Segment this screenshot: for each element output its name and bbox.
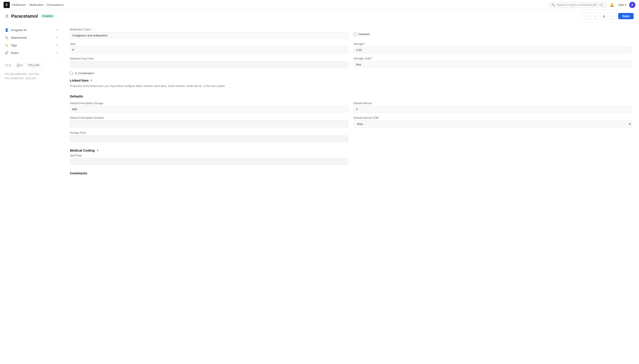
- comment-icon[interactable]: 💬: [17, 64, 20, 67]
- abbr-group: Abbr: [70, 42, 348, 54]
- default-prescription-dosage-label: Default Prescription Dosage: [70, 102, 348, 105]
- created-text: You created this · just now: [5, 76, 58, 80]
- defaults-section: Defaults Default Prescription Dosage Def…: [70, 94, 632, 142]
- staff-role-row: Staff Role: [70, 154, 632, 165]
- is-combination-label: Is Combination: [75, 72, 94, 75]
- default-prescription-dosage-input[interactable]: [70, 106, 348, 113]
- share-icon: 🔗: [5, 51, 9, 54]
- linked-item-title: Linked Item: [70, 78, 88, 82]
- prev-button[interactable]: ‹: [582, 12, 589, 20]
- add-assigned-to-icon[interactable]: +: [56, 28, 58, 32]
- add-attachments-icon[interactable]: +: [56, 36, 58, 40]
- strength-uom-group: Strength UOM *: [353, 57, 632, 68]
- search-icon: 🔍: [551, 3, 555, 6]
- breadcrumb-medication[interactable]: Medication: [29, 3, 44, 6]
- disabled-group: Disabled: [353, 28, 632, 39]
- dosage-form-input[interactable]: [70, 135, 348, 142]
- staff-role-label: Staff Role: [70, 154, 348, 157]
- breadcrumb-paracetamol[interactable]: Paracetamol: [47, 3, 63, 6]
- breadcrumb-healthcare[interactable]: Healthcare: [12, 3, 26, 6]
- strength-label: Strength *: [353, 42, 632, 46]
- sidebar-item-tags[interactable]: 🏷️ Tags +: [0, 41, 63, 49]
- search-bar[interactable]: 🔍 Search or type a command (⌘ + G): [549, 2, 607, 8]
- national-drug-code-input[interactable]: [70, 61, 348, 68]
- comments-title: Comments: [70, 171, 632, 175]
- default-interval-uom-select[interactable]: Hour Day Week: [353, 120, 632, 128]
- medication-class-input[interactable]: [70, 32, 348, 39]
- linked-item-header[interactable]: Linked Item ∨: [70, 78, 632, 82]
- notification-icon[interactable]: 🔔: [608, 2, 615, 8]
- sidebar-label-assigned-to: Assigned To: [11, 28, 54, 32]
- staff-role-group: Staff Role: [70, 154, 351, 165]
- default-interval-input[interactable]: [353, 106, 632, 113]
- staff-role-input[interactable]: [70, 158, 348, 165]
- comments-section: Comments: [70, 171, 632, 175]
- dosage-form-label: Dosage Form: [70, 131, 348, 134]
- default-interval-uom-group: Default Interval UOM Hour Day Week: [353, 116, 632, 128]
- is-combination-row: Is Combination: [70, 72, 632, 75]
- comments-count: 0: [21, 64, 23, 67]
- add-share-icon[interactable]: +: [56, 51, 58, 55]
- medical-coding-section: Medical Coding ∨ Staff Role: [70, 148, 632, 165]
- comments-stat: 💬 0: [17, 64, 23, 67]
- next-button[interactable]: ›: [591, 12, 598, 20]
- page-header: ☰ Paracetamol Enabled ‹ › 🖨 ··· Save: [0, 10, 639, 22]
- save-button[interactable]: Save: [618, 13, 634, 19]
- medical-coding-title: Medical Coding: [70, 148, 95, 152]
- abbr-input[interactable]: [70, 46, 348, 54]
- like-icon[interactable]: 🤍: [5, 64, 8, 67]
- sidebar-item-assigned-to[interactable]: 👤 Assigned To +: [0, 26, 63, 34]
- linked-item-desc: Properties of the linked Item, you may f…: [70, 84, 632, 88]
- default-interval-label: Default Interval: [353, 102, 632, 105]
- default-prescription-duration-input[interactable]: [70, 120, 348, 127]
- strength-uom-input[interactable]: [353, 61, 632, 68]
- medication-class-label: Medication Class *: [70, 28, 348, 31]
- sidebar-item-attachments[interactable]: 📎 Attachments +: [0, 34, 63, 41]
- default-interval-uom-label: Default Interval UOM: [353, 116, 632, 120]
- tags-icon: 🏷️: [5, 44, 9, 47]
- likes-stat: 🤍 0: [5, 64, 11, 67]
- strength-input[interactable]: [353, 46, 632, 54]
- main-layout: 👤 Assigned To + 📎 Attachments + 🏷️ Tags …: [0, 22, 639, 364]
- medical-coding-header[interactable]: Medical Coding ∨: [70, 148, 632, 152]
- linked-item-section: Linked Item ∨ Properties of the linked I…: [70, 78, 632, 88]
- strength-group: Strength *: [353, 42, 632, 54]
- sidebar-item-share[interactable]: 🔗 Share +: [0, 49, 63, 56]
- medication-class-group: Medication Class *: [70, 28, 348, 39]
- abbr-label: Abbr: [70, 42, 348, 46]
- nav-icons: 🔔 Help ▾ A: [608, 2, 635, 8]
- national-drug-code-label: National Drug Code: [70, 57, 348, 60]
- dosage-form-row: Dosage Form: [70, 131, 632, 142]
- is-combination-checkbox[interactable]: [70, 72, 73, 75]
- status-badge: Enabled: [41, 14, 55, 18]
- defaults-title: Defaults: [70, 94, 632, 98]
- assigned-to-icon: 👤: [5, 28, 9, 32]
- sidebar-meta: You last edited this · just now You crea…: [0, 70, 63, 82]
- attachments-icon: 📎: [5, 36, 9, 39]
- default-prescription-duration-label: Default Prescription Duration: [70, 116, 348, 120]
- avatar[interactable]: A: [629, 2, 635, 8]
- add-tags-icon[interactable]: +: [56, 43, 58, 47]
- disabled-checkbox[interactable]: [353, 33, 357, 36]
- dosage-form-group: Dosage Form: [70, 131, 351, 142]
- default-prescription-duration-group: Default Prescription Duration: [70, 116, 348, 128]
- national-drug-code-group: National Drug Code: [70, 57, 348, 68]
- hamburger-button[interactable]: ☰: [5, 14, 9, 18]
- search-placeholder: Search or type a command (⌘ + G): [557, 3, 603, 6]
- chevron-down-icon: ▾: [625, 3, 626, 6]
- follow-button[interactable]: FOLLOW: [26, 63, 42, 68]
- abbr-strength-row: Abbr Strength *: [70, 42, 632, 54]
- default-interval-group: Default Interval: [353, 102, 632, 113]
- help-button[interactable]: Help ▾: [618, 3, 626, 6]
- print-button[interactable]: 🖨: [600, 12, 607, 20]
- strength-uom-label: Strength UOM *: [353, 57, 632, 60]
- default-prescription-dosage-group: Default Prescription Dosage: [70, 102, 348, 113]
- likes-count: 0: [9, 64, 11, 67]
- content-area: Medication Class * Disabled Abbr Stren: [63, 22, 639, 364]
- medication-class-row: Medication Class * Disabled: [70, 28, 632, 39]
- duration-uom-row: Default Prescription Duration Default In…: [70, 116, 632, 128]
- header-actions: ‹ › 🖨 ··· Save: [582, 12, 634, 20]
- breadcrumb: Healthcare › Medication › Paracetamol: [12, 3, 63, 6]
- app-logo[interactable]: E: [4, 2, 10, 8]
- more-button[interactable]: ···: [609, 12, 616, 20]
